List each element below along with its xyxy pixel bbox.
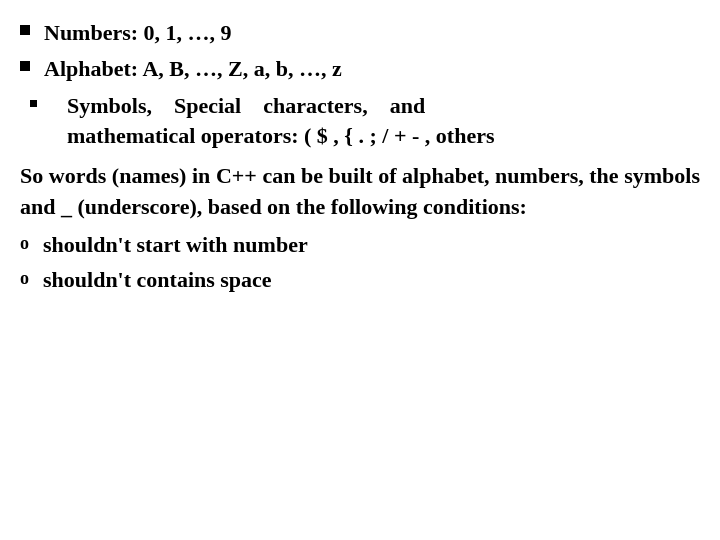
bullet-square-icon: [20, 25, 30, 35]
symbols-line1: Symbols, Special characters, and: [67, 93, 425, 118]
conditions-list: o shouldn't start with number o shouldn'…: [20, 230, 700, 295]
condition-item-2: o shouldn't contains space: [20, 265, 700, 295]
condition-text-2: shouldn't contains space: [43, 265, 700, 295]
numbers-text: Numbers: 0, 1, …, 9: [44, 18, 700, 48]
alphabet-text: Alphabet: A, B, …, Z, a, b, …, z: [44, 54, 700, 84]
symbols-text: Symbols, Special characters, and mathema…: [67, 91, 700, 152]
bullet-alphabet: Alphabet: A, B, …, Z, a, b, …, z: [20, 54, 700, 84]
bullet-numbers: Numbers: 0, 1, …, 9: [20, 18, 700, 48]
circle-bullet-icon-2: o: [20, 266, 29, 291]
bullet-small-square-icon: [30, 100, 37, 107]
main-content: Numbers: 0, 1, …, 9 Alphabet: A, B, …, Z…: [20, 18, 700, 295]
bullet-symbols: Symbols, Special characters, and mathema…: [20, 91, 700, 152]
so-words-paragraph: So words (names) in C++ can be built of …: [20, 161, 700, 222]
condition-item-1: o shouldn't start with number: [20, 230, 700, 260]
bullet-square-icon-2: [20, 61, 30, 71]
condition-text-1: shouldn't start with number: [43, 230, 700, 260]
circle-bullet-icon-1: o: [20, 231, 29, 256]
symbols-line2: mathematical operators: ( $ , { . ; / + …: [67, 123, 495, 148]
